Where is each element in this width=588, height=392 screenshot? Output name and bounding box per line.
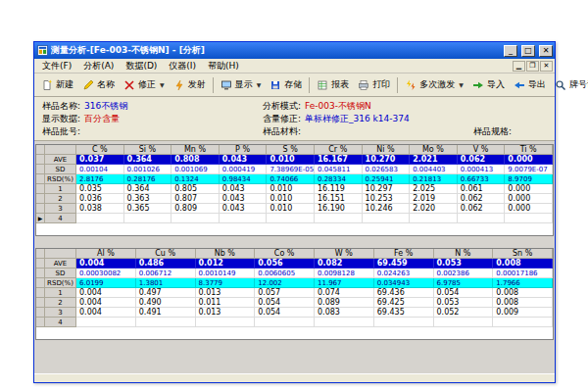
table-row-1[interactable]: 10.0040.4970.0130.0570.07469.4360.0540.0…	[36, 288, 553, 298]
row-selector[interactable]	[36, 298, 45, 308]
table-cell[interactable]: 0.083	[315, 308, 374, 318]
table-cell[interactable]: 69.459	[374, 259, 434, 269]
table-cell[interactable]: 0.052	[434, 308, 494, 318]
table-cell[interactable]: 69.425	[374, 298, 434, 308]
table-cell[interactable]: 10.253	[363, 194, 411, 204]
table-cell[interactable]: 12.002	[255, 278, 315, 288]
row-selector[interactable]	[36, 269, 45, 278]
row-label[interactable]: SD	[45, 269, 76, 278]
row-selector[interactable]	[36, 288, 45, 298]
table-cell[interactable]: 16.119	[315, 184, 363, 194]
table-cell[interactable]: 0.808	[172, 155, 220, 165]
table-cell[interactable]: 0.364	[124, 155, 172, 165]
table-cell[interactable]: 7.38969E-05	[267, 165, 315, 174]
table-cell[interactable]: 0.013	[196, 308, 256, 318]
table-cell[interactable]: 0.000	[505, 155, 553, 165]
menu-data[interactable]: 数据(D)	[120, 60, 163, 73]
table-cell[interactable]: 0.0098128	[315, 269, 374, 278]
row-selector[interactable]	[36, 155, 45, 165]
table-cell[interactable]: 2.025	[410, 184, 458, 194]
table-cell[interactable]: 0.089	[315, 298, 374, 308]
table-cell[interactable]: 0.062	[458, 204, 506, 214]
table-cell[interactable]: 6.9785	[434, 278, 494, 288]
table-cell[interactable]: 0.0010149	[196, 269, 256, 278]
table-cell[interactable]: 0.010	[267, 184, 315, 194]
table-cell[interactable]: 0.057	[255, 288, 315, 298]
row-label[interactable]: AVE	[45, 155, 76, 165]
table-cell[interactable]: 0.061	[458, 184, 506, 194]
table-cell[interactable]: 0.008	[493, 259, 553, 269]
table-cell[interactable]: 2.8176	[76, 174, 124, 184]
table-cell[interactable]: 0.035	[76, 184, 124, 194]
emission-button[interactable]: 发射	[170, 75, 210, 94]
table-cell[interactable]: 10.246	[363, 204, 411, 214]
table-cell[interactable]: 0.026583	[363, 165, 411, 174]
table-cell[interactable]: 0.062	[458, 155, 506, 165]
table-cell[interactable]: 0.043	[220, 184, 268, 194]
table-row-1[interactable]: 10.0350.3640.8050.0430.01016.11910.2972.…	[36, 184, 553, 194]
table-cell[interactable]: 0.98434	[220, 174, 268, 184]
table-cell[interactable]: 11.967	[315, 278, 374, 288]
table-cell[interactable]: 0.004	[76, 298, 136, 308]
grade-id-button[interactable]: 牌号识别	[551, 75, 588, 94]
table-cell[interactable]: 0.364	[124, 184, 172, 194]
table-cell[interactable]: 69.435	[374, 308, 434, 318]
table-cell[interactable]: 16.151	[315, 194, 363, 204]
table-cell[interactable]: 0.006712	[136, 269, 196, 278]
row-label[interactable]: RSD(%)	[45, 278, 76, 288]
row-selector[interactable]	[36, 204, 45, 214]
display-button[interactable]: 显示 ▼	[217, 75, 266, 94]
table-cell[interactable]: 0.013	[196, 288, 256, 298]
table-cell[interactable]: 0.054	[255, 308, 315, 318]
table-row-4[interactable]: 4	[36, 318, 553, 327]
table-cell[interactable]: 1.7966	[493, 278, 553, 288]
table-cell[interactable]: 0.043	[220, 204, 268, 214]
table-cell[interactable]: 0.045811	[315, 165, 363, 174]
table-cell[interactable]: 0.054	[255, 298, 315, 308]
table-cell[interactable]: 0.1324	[172, 174, 220, 184]
table-row-rsd(%)[interactable]: RSD(%)6.01991.38018.377912.00211.9670.03…	[36, 278, 553, 288]
table-cell[interactable]	[315, 318, 374, 327]
row-label[interactable]: 2	[45, 194, 76, 204]
table-cell[interactable]	[434, 318, 494, 327]
import-button[interactable]: 导入	[468, 75, 509, 94]
table-cell[interactable]	[374, 318, 434, 327]
table-cell[interactable]: 0.002386	[434, 269, 494, 278]
table-cell[interactable]: 0.082	[315, 259, 374, 269]
table-cell[interactable]: 0.28334	[315, 174, 363, 184]
table-cell[interactable]: 0.008	[493, 298, 553, 308]
multi-excitation-button[interactable]: 多次激发 ▼	[401, 75, 467, 94]
menu-file[interactable]: 文件(F)	[36, 60, 77, 73]
table-cell[interactable]: 0.000413	[458, 165, 506, 174]
table-cell[interactable]: 0.486	[136, 259, 196, 269]
table-cell[interactable]: 6.0199	[76, 278, 136, 288]
table-row-4[interactable]: ▶4	[36, 214, 553, 223]
table-cell[interactable]: 0.012	[196, 259, 256, 269]
row-selector[interactable]	[36, 308, 45, 318]
table-cell[interactable]: 0.053	[434, 259, 494, 269]
table-cell[interactable]: 8.9709	[505, 174, 553, 184]
table-cell[interactable]: 0.491	[136, 308, 196, 318]
table-cell[interactable]: 0.053	[434, 298, 494, 308]
table-cell[interactable]: 0.011	[196, 298, 256, 308]
table-cell[interactable]	[315, 214, 363, 223]
table-cell[interactable]: 69.436	[374, 288, 434, 298]
table-cell[interactable]	[363, 214, 411, 223]
table-cell[interactable]: 0.062	[458, 194, 506, 204]
table-cell[interactable]: 0.009	[493, 308, 553, 318]
table-cell[interactable]	[76, 318, 136, 327]
title-bar[interactable]: 测量分析-[Fe-003-不锈钢N] - [分析] _ □ ✕	[34, 42, 555, 59]
table-row-2[interactable]: 20.0360.3630.8070.0430.01016.15110.2532.…	[36, 194, 553, 204]
table-cell[interactable]: 0.74066	[267, 174, 315, 184]
table-row-3[interactable]: 30.0380.3650.8090.0430.01016.19010.2462.…	[36, 204, 553, 214]
table-cell[interactable]	[76, 214, 124, 223]
table-cell[interactable]: 10.297	[363, 184, 411, 194]
menu-analysis[interactable]: 分析(A)	[77, 60, 120, 73]
current-row-arrow-icon[interactable]: ▶	[36, 214, 45, 223]
table-cell[interactable]: 0.00017186	[493, 269, 553, 278]
table-cell[interactable]	[220, 214, 268, 223]
storage-button[interactable]: 存储	[266, 75, 306, 94]
row-selector[interactable]	[36, 318, 45, 327]
table-cell[interactable]: 0.000	[505, 204, 553, 214]
table-cell[interactable]: 0.00030082	[76, 269, 136, 278]
